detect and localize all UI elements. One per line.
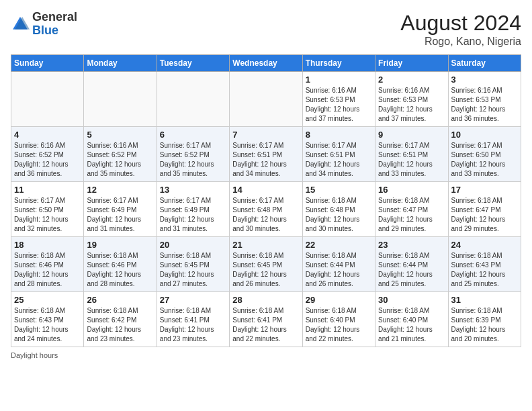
day-info: Sunrise: 6:16 AMSunset: 6:53 PMDaylight:… bbox=[306, 86, 372, 124]
day-number: 25 bbox=[14, 295, 81, 305]
logo-text: General Blue bbox=[32, 11, 77, 38]
col-header-friday: Friday bbox=[375, 55, 448, 72]
calendar-week-row: 25Sunrise: 6:18 AMSunset: 6:43 PMDayligh… bbox=[11, 292, 521, 347]
col-header-thursday: Thursday bbox=[302, 55, 375, 72]
day-number: 7 bbox=[232, 130, 299, 140]
day-number: 17 bbox=[451, 185, 518, 195]
day-info: Sunrise: 6:18 AMSunset: 6:43 PMDaylight:… bbox=[451, 251, 518, 289]
calendar-cell: 23Sunrise: 6:18 AMSunset: 6:44 PMDayligh… bbox=[375, 237, 448, 292]
month-year: August 2024 bbox=[400, 11, 521, 36]
day-info: Sunrise: 6:16 AMSunset: 6:53 PMDaylight:… bbox=[451, 86, 518, 124]
calendar-cell: 25Sunrise: 6:18 AMSunset: 6:43 PMDayligh… bbox=[11, 292, 84, 347]
day-info: Sunrise: 6:16 AMSunset: 6:53 PMDaylight:… bbox=[378, 86, 445, 124]
col-header-wednesday: Wednesday bbox=[230, 55, 302, 72]
calendar-cell: 30Sunrise: 6:18 AMSunset: 6:40 PMDayligh… bbox=[375, 292, 448, 347]
calendar-cell: 16Sunrise: 6:18 AMSunset: 6:47 PMDayligh… bbox=[375, 182, 448, 237]
calendar-cell: 18Sunrise: 6:18 AMSunset: 6:46 PMDayligh… bbox=[11, 237, 84, 292]
calendar-week-row: 11Sunrise: 6:17 AMSunset: 6:50 PMDayligh… bbox=[11, 182, 521, 237]
calendar-cell bbox=[11, 72, 84, 127]
col-header-tuesday: Tuesday bbox=[157, 55, 229, 72]
day-info: Sunrise: 6:18 AMSunset: 6:45 PMDaylight:… bbox=[160, 251, 226, 289]
day-info: Sunrise: 6:17 AMSunset: 6:51 PMDaylight:… bbox=[378, 141, 445, 179]
day-number: 13 bbox=[160, 185, 226, 195]
day-info: Sunrise: 6:17 AMSunset: 6:50 PMDaylight:… bbox=[451, 141, 518, 179]
day-info: Sunrise: 6:18 AMSunset: 6:40 PMDaylight:… bbox=[306, 306, 372, 344]
calendar-cell: 20Sunrise: 6:18 AMSunset: 6:45 PMDayligh… bbox=[157, 237, 229, 292]
day-info: Sunrise: 6:18 AMSunset: 6:46 PMDaylight:… bbox=[87, 251, 153, 289]
day-number: 18 bbox=[14, 240, 81, 250]
calendar-cell: 10Sunrise: 6:17 AMSunset: 6:50 PMDayligh… bbox=[448, 127, 521, 182]
day-number: 15 bbox=[306, 185, 372, 195]
day-number: 29 bbox=[306, 295, 372, 305]
day-info: Sunrise: 6:18 AMSunset: 6:47 PMDaylight:… bbox=[451, 196, 518, 234]
day-info: Sunrise: 6:18 AMSunset: 6:43 PMDaylight:… bbox=[14, 306, 81, 344]
calendar-cell: 28Sunrise: 6:18 AMSunset: 6:41 PMDayligh… bbox=[230, 292, 302, 347]
calendar-week-row: 1Sunrise: 6:16 AMSunset: 6:53 PMDaylight… bbox=[11, 72, 521, 127]
day-number: 22 bbox=[306, 240, 372, 250]
day-info: Sunrise: 6:17 AMSunset: 6:51 PMDaylight:… bbox=[232, 141, 299, 179]
calendar-cell bbox=[230, 72, 302, 127]
day-info: Sunrise: 6:17 AMSunset: 6:49 PMDaylight:… bbox=[160, 196, 226, 234]
calendar-cell: 21Sunrise: 6:18 AMSunset: 6:45 PMDayligh… bbox=[230, 237, 302, 292]
location: Rogo, Kano, Nigeria bbox=[400, 36, 521, 48]
day-number: 10 bbox=[451, 130, 518, 140]
day-number: 6 bbox=[160, 130, 226, 140]
calendar-cell: 4Sunrise: 6:16 AMSunset: 6:52 PMDaylight… bbox=[11, 127, 84, 182]
day-info: Sunrise: 6:17 AMSunset: 6:50 PMDaylight:… bbox=[14, 196, 81, 234]
day-info: Sunrise: 6:18 AMSunset: 6:40 PMDaylight:… bbox=[378, 306, 445, 344]
day-info: Sunrise: 6:17 AMSunset: 6:49 PMDaylight:… bbox=[87, 196, 153, 234]
calendar-cell: 15Sunrise: 6:18 AMSunset: 6:48 PMDayligh… bbox=[302, 182, 375, 237]
day-number: 4 bbox=[14, 130, 81, 140]
day-number: 9 bbox=[378, 130, 445, 140]
calendar-week-row: 4Sunrise: 6:16 AMSunset: 6:52 PMDaylight… bbox=[11, 127, 521, 182]
day-info: Sunrise: 6:18 AMSunset: 6:46 PMDaylight:… bbox=[14, 251, 81, 289]
daylight-label: Daylight hours bbox=[11, 351, 58, 359]
calendar-header-row: SundayMondayTuesdayWednesdayThursdayFrid… bbox=[11, 55, 521, 72]
page-header: General Blue August 2024 Rogo, Kano, Nig… bbox=[11, 11, 521, 48]
day-number: 11 bbox=[14, 185, 81, 195]
logo: General Blue bbox=[11, 11, 77, 38]
day-number: 8 bbox=[306, 130, 372, 140]
calendar-cell: 9Sunrise: 6:17 AMSunset: 6:51 PMDaylight… bbox=[375, 127, 448, 182]
day-number: 24 bbox=[451, 240, 518, 250]
day-number: 1 bbox=[306, 75, 372, 85]
day-info: Sunrise: 6:18 AMSunset: 6:41 PMDaylight:… bbox=[232, 306, 299, 344]
calendar-cell: 31Sunrise: 6:18 AMSunset: 6:39 PMDayligh… bbox=[448, 292, 521, 347]
day-info: Sunrise: 6:18 AMSunset: 6:45 PMDaylight:… bbox=[232, 251, 299, 289]
day-number: 20 bbox=[160, 240, 226, 250]
day-number: 3 bbox=[451, 75, 518, 85]
day-number: 27 bbox=[160, 295, 226, 305]
day-info: Sunrise: 6:18 AMSunset: 6:47 PMDaylight:… bbox=[378, 196, 445, 234]
calendar-cell bbox=[157, 72, 229, 127]
calendar-cell: 1Sunrise: 6:16 AMSunset: 6:53 PMDaylight… bbox=[302, 72, 375, 127]
day-info: Sunrise: 6:18 AMSunset: 6:44 PMDaylight:… bbox=[306, 251, 372, 289]
col-header-saturday: Saturday bbox=[448, 55, 521, 72]
calendar-cell: 22Sunrise: 6:18 AMSunset: 6:44 PMDayligh… bbox=[302, 237, 375, 292]
calendar-cell: 8Sunrise: 6:17 AMSunset: 6:51 PMDaylight… bbox=[302, 127, 375, 182]
calendar-week-row: 18Sunrise: 6:18 AMSunset: 6:46 PMDayligh… bbox=[11, 237, 521, 292]
logo-icon bbox=[11, 15, 30, 34]
col-header-monday: Monday bbox=[84, 55, 157, 72]
day-number: 5 bbox=[87, 130, 153, 140]
calendar-cell: 17Sunrise: 6:18 AMSunset: 6:47 PMDayligh… bbox=[448, 182, 521, 237]
day-number: 30 bbox=[378, 295, 445, 305]
day-number: 14 bbox=[232, 185, 299, 195]
calendar-table: SundayMondayTuesdayWednesdayThursdayFrid… bbox=[11, 54, 521, 347]
day-number: 28 bbox=[232, 295, 299, 305]
day-number: 19 bbox=[87, 240, 153, 250]
calendar-cell: 7Sunrise: 6:17 AMSunset: 6:51 PMDaylight… bbox=[230, 127, 302, 182]
day-number: 2 bbox=[378, 75, 445, 85]
col-header-sunday: Sunday bbox=[11, 55, 84, 72]
day-number: 23 bbox=[378, 240, 445, 250]
calendar-cell: 19Sunrise: 6:18 AMSunset: 6:46 PMDayligh… bbox=[84, 237, 157, 292]
calendar-cell bbox=[84, 72, 157, 127]
calendar-cell: 24Sunrise: 6:18 AMSunset: 6:43 PMDayligh… bbox=[448, 237, 521, 292]
day-info: Sunrise: 6:18 AMSunset: 6:44 PMDaylight:… bbox=[378, 251, 445, 289]
calendar-cell: 27Sunrise: 6:18 AMSunset: 6:41 PMDayligh… bbox=[157, 292, 229, 347]
calendar-cell: 11Sunrise: 6:17 AMSunset: 6:50 PMDayligh… bbox=[11, 182, 84, 237]
day-info: Sunrise: 6:16 AMSunset: 6:52 PMDaylight:… bbox=[87, 141, 153, 179]
calendar-cell: 14Sunrise: 6:17 AMSunset: 6:48 PMDayligh… bbox=[230, 182, 302, 237]
day-info: Sunrise: 6:18 AMSunset: 6:41 PMDaylight:… bbox=[160, 306, 226, 344]
day-number: 31 bbox=[451, 295, 518, 305]
day-number: 21 bbox=[232, 240, 299, 250]
